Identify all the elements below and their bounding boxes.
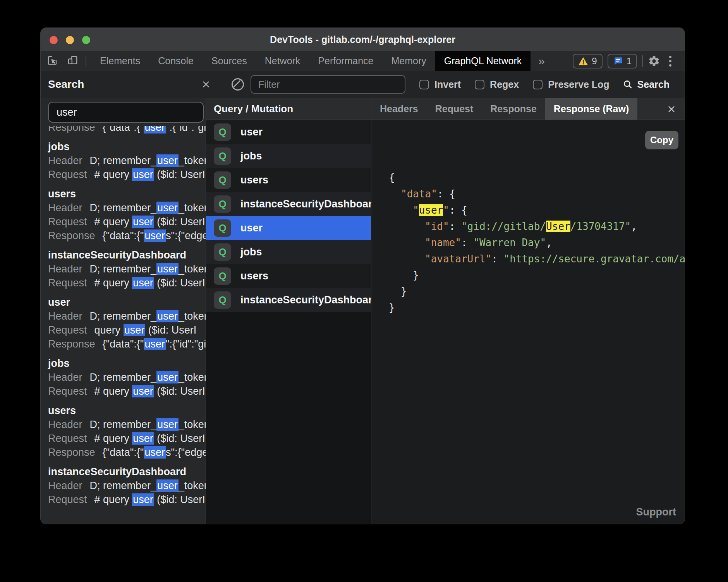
- match-highlight: user: [132, 385, 154, 397]
- search-result-group: jobsHeaderD; remember_user_token=eReques…: [48, 140, 206, 181]
- query-type-badge: Q: [214, 171, 231, 189]
- json-line: }: [389, 300, 685, 316]
- search-result-group-title[interactable]: users: [48, 404, 206, 418]
- search-result-line[interactable]: Request# query user ($id: UserI: [48, 215, 206, 229]
- result-line-label: Request: [48, 385, 87, 397]
- tab-network[interactable]: Network: [256, 51, 309, 71]
- match-highlight: user: [132, 168, 154, 181]
- query-list-item-instancesecuritydashboard[interactable]: QinstanceSecurityDashboard: [206, 192, 371, 216]
- search-result-line[interactable]: Response{"data":{"users":{"edges: [48, 229, 206, 243]
- search-icon: [623, 79, 633, 89]
- detail-tab-bar: HeadersRequestResponseResponse (Raw): [371, 98, 685, 120]
- tab-memory[interactable]: Memory: [382, 51, 435, 71]
- search-result-line[interactable]: HeaderD; remember_user_token=e: [48, 479, 206, 493]
- tab-console[interactable]: Console: [149, 51, 203, 71]
- search-result-line[interactable]: Response{"data":{"user":{"id":"gid: [48, 126, 206, 134]
- search-result-group-title[interactable]: instanceSecurityDashboard: [48, 248, 206, 262]
- search-toggle-button[interactable]: Search: [623, 79, 670, 90]
- close-detail-panel-button[interactable]: [664, 98, 679, 120]
- tab-graphql-network[interactable]: GraphQL Network: [435, 51, 531, 71]
- json-code: {"data": {"user": {"id": "gid://gitlab/U…: [389, 169, 685, 316]
- warnings-badge[interactable]: 9: [573, 54, 602, 68]
- query-list-item-instancesecuritydashboard[interactable]: QinstanceSecurityDashboard: [206, 288, 371, 312]
- detail-tab-request[interactable]: Request: [427, 98, 482, 120]
- detail-tab-response-raw[interactable]: Response (Raw): [545, 98, 637, 120]
- search-result-line[interactable]: HeaderD; remember_user_token=e: [48, 154, 206, 168]
- search-result-line[interactable]: Request# query user ($id: UserI: [48, 431, 206, 445]
- query-list-item-jobs[interactable]: Qjobs: [206, 240, 371, 264]
- checkbox-box-icon[interactable]: [533, 80, 543, 89]
- search-result-group: usersHeaderD; remember_user_token=eReque…: [48, 404, 206, 459]
- inspect-element-button[interactable]: [44, 51, 61, 71]
- device-toolbar-button[interactable]: [64, 51, 81, 71]
- search-result-line[interactable]: HeaderD; remember_user_token=e: [48, 418, 206, 431]
- close-window-button[interactable]: [50, 36, 58, 44]
- devtools-tab-bar: ElementsConsoleSourcesNetworkPerformance…: [41, 51, 685, 71]
- query-list-item-users[interactable]: Qusers: [206, 168, 371, 192]
- query-item-label: user: [240, 126, 263, 138]
- checkbox-box-icon[interactable]: [475, 80, 484, 89]
- search-result-line[interactable]: HeaderD; remember_user_token=e: [48, 262, 206, 276]
- checkbox-box-icon[interactable]: [419, 80, 429, 89]
- checkbox-regex[interactable]: Regex: [475, 79, 519, 90]
- query-list-item-user[interactable]: Quser: [206, 216, 371, 240]
- json-line: "name": "Warren Day",: [389, 235, 685, 251]
- json-line: {: [389, 169, 685, 186]
- detail-tab-headers[interactable]: Headers: [371, 98, 427, 120]
- warning-icon: [578, 56, 588, 66]
- zoom-window-button[interactable]: [82, 36, 90, 44]
- search-result-line[interactable]: Request# query user ($id: UserI: [48, 384, 206, 398]
- more-tabs-button[interactable]: »: [531, 51, 553, 71]
- query-list-item-users[interactable]: Qusers: [206, 264, 371, 288]
- kebab-icon: [669, 56, 671, 58]
- query-item-label: instanceSecurityDashboard: [240, 198, 379, 210]
- search-result-group-title[interactable]: jobs: [48, 140, 206, 154]
- issues-badge[interactable]: 1: [608, 54, 637, 68]
- checkbox-invert[interactable]: Invert: [419, 79, 461, 90]
- query-list-header: Query / Mutation: [206, 98, 371, 120]
- match-highlight: user: [144, 338, 166, 350]
- filter-input[interactable]: [251, 75, 405, 94]
- search-result-group-title[interactable]: jobs: [48, 356, 206, 370]
- search-result-group-title[interactable]: instanceSecurityDashboard: [48, 465, 206, 479]
- minimize-window-button[interactable]: [66, 36, 74, 44]
- search-result-line[interactable]: Request# query user ($id: UserI: [48, 168, 206, 181]
- search-result-group: instanceSecurityDashboardHeaderD; rememb…: [48, 248, 206, 290]
- settings-button[interactable]: [648, 55, 660, 67]
- search-toggle-label: Search: [637, 79, 670, 90]
- tab-elements[interactable]: Elements: [91, 51, 149, 71]
- query-list-item-user[interactable]: Quser: [206, 120, 371, 144]
- copy-button[interactable]: Copy: [645, 131, 678, 149]
- close-icon: [201, 80, 211, 89]
- search-result-line[interactable]: Request# query user ($id: UserI: [48, 276, 206, 290]
- tab-performance[interactable]: Performance: [309, 51, 382, 71]
- search-result-group: jobsHeaderD; remember_user_token=eReques…: [48, 356, 206, 398]
- issues-count: 1: [627, 56, 632, 67]
- query-item-label: user: [240, 222, 263, 234]
- search-input[interactable]: [48, 102, 204, 123]
- checkbox-preserve-log[interactable]: Preserve Log: [533, 79, 609, 90]
- search-result-line[interactable]: Request# query user ($id: UserI: [48, 493, 206, 507]
- search-result-group-title[interactable]: user: [48, 295, 206, 309]
- clear-requests-icon[interactable]: [232, 78, 244, 91]
- search-result-line[interactable]: Requestquery user ($id: UserI: [48, 323, 206, 337]
- detail-tab-response[interactable]: Response: [482, 98, 545, 120]
- query-item-label: users: [240, 174, 268, 186]
- query-list-item-jobs[interactable]: Qjobs: [206, 144, 371, 168]
- main-content: Response{"data":{"user":{"id":"gidjobsHe…: [41, 98, 685, 524]
- tab-sources[interactable]: Sources: [203, 51, 256, 71]
- support-link[interactable]: Support: [636, 504, 676, 520]
- close-search-panel-button[interactable]: [199, 77, 213, 91]
- chat-bubble-icon: [613, 56, 623, 66]
- query-mutation-panel: Query / Mutation QuserQjobsQusersQinstan…: [206, 98, 371, 524]
- search-result-line[interactable]: Response{"data":{"users":{"edges: [48, 445, 206, 459]
- search-result-line[interactable]: Response{"data":{"user":{"id":"gid: [48, 337, 206, 351]
- search-result-group-title[interactable]: users: [48, 187, 206, 201]
- search-result-line[interactable]: HeaderD; remember_user_token=e: [48, 201, 206, 215]
- match-highlight: user: [132, 493, 154, 506]
- search-result-line[interactable]: HeaderD; remember_user_token=e: [48, 309, 206, 323]
- more-options-button[interactable]: [665, 56, 675, 67]
- warning-count: 9: [592, 56, 597, 67]
- json-line: }: [389, 267, 685, 283]
- search-result-line[interactable]: HeaderD; remember_user_token=e: [48, 370, 206, 384]
